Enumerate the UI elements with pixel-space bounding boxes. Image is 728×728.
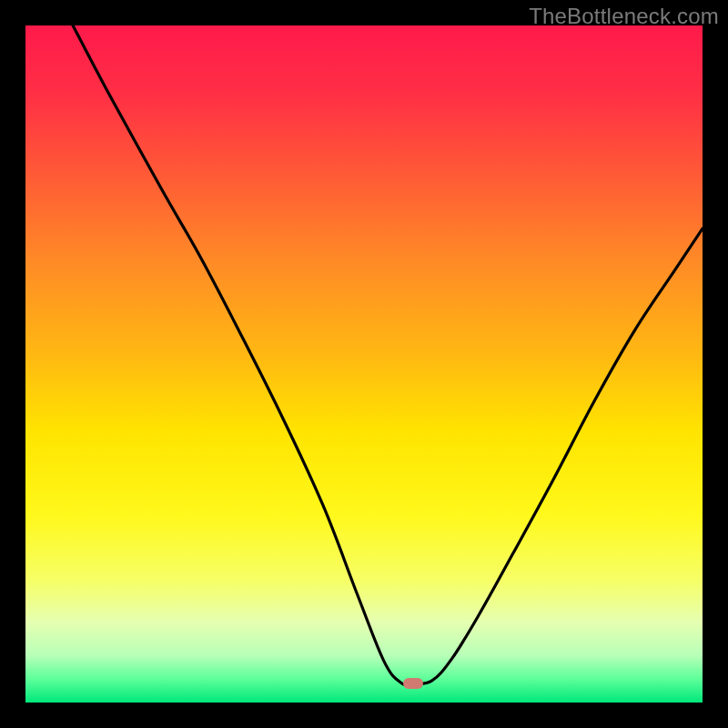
plot-area [25, 25, 703, 703]
chart-frame: TheBottleneck.com [0, 0, 728, 728]
gradient-plot [25, 25, 703, 703]
watermark-text: TheBottleneck.com [529, 4, 719, 29]
optimal-marker [403, 678, 423, 689]
